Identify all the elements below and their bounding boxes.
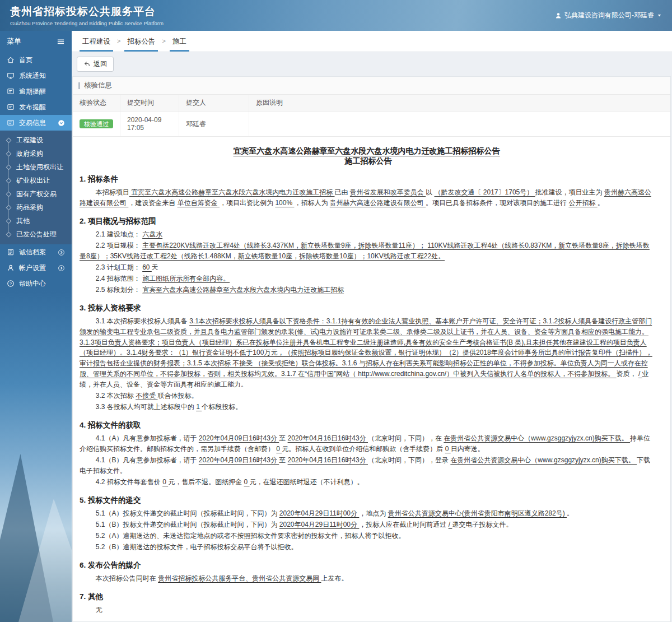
back-button-label: 返回: [94, 59, 107, 69]
chevron-right-icon: [58, 264, 65, 272]
notice-icon: [7, 87, 15, 95]
sidebar-subitem-政府采购[interactable]: 政府采购: [0, 147, 72, 160]
sidebar-item-首页[interactable]: 首页: [0, 52, 72, 68]
user-name: 弘典建设咨询有限公司-邓廷睿: [564, 11, 654, 20]
sidebar-scenic-image: [0, 291, 72, 622]
sidebar-subitem-已发公告处理[interactable]: 已发公告处理: [0, 228, 72, 241]
main: 工程建设>招标公告>施工 返回 核验信息 核验状态提交时间提交人原因说明 核验通…: [72, 31, 672, 622]
document-paragraph: 5.1（B）投标文件递交的截止时间（投标截止时间，下同）为 2020年04月29…: [80, 519, 654, 530]
sidebar-subitem-其他[interactable]: 其他: [0, 214, 72, 228]
document-title-main: 宜宾至六盘水高速公路赫章至六盘水段六盘水境内电力迁改施工招标招标公告: [80, 146, 654, 156]
status-badge: 核验通过: [80, 119, 113, 128]
document-title: 宜宾至六盘水高速公路赫章至六盘水段六盘水境内电力迁改施工招标招标公告施工招标公告: [80, 146, 654, 166]
section-heading: 5. 投标文件的递交: [80, 495, 654, 505]
document-paragraph: 2.1 建设地点： 六盘水: [80, 229, 654, 240]
breadcrumb-separator: >: [117, 37, 120, 44]
sidebar-subitem-土地使用权出让[interactable]: 土地使用权出让: [0, 160, 72, 174]
document-paragraph: 3.2 本次招标 不接受 联合体投标。: [80, 391, 654, 401]
sidebar-submenu: 工程建设政府采购土地使用权出让矿业权出让国有产权交易药品采购其他已发公告处理: [0, 131, 72, 244]
sidebar-subitem-工程建设[interactable]: 工程建设: [0, 133, 72, 147]
breadcrumb-item-工程建设[interactable]: 工程建设: [81, 37, 112, 52]
back-button[interactable]: 返回: [77, 57, 114, 72]
document-paragraph: 无: [80, 605, 654, 615]
document-body: 1. 招标条件本招标项目 宜宾至六盘水高速公路赫章至六盘水段六盘水境内电力迁改施…: [80, 174, 654, 622]
verify-table: 核验状态提交时间提交人原因说明 核验通过2020-04-09 17:05邓廷睿: [73, 95, 670, 137]
sidebar-item-label: 发布提醒: [19, 103, 46, 112]
document-paragraph: 3.3 各投标人均可就上述标段中的 1 个标段投标。: [80, 402, 654, 412]
user-menu[interactable]: 弘典建设咨询有限公司-邓廷睿: [555, 11, 662, 20]
content-panel: 核验信息 核验状态提交时间提交人原因说明 核验通过2020-04-09 17:0…: [72, 76, 671, 622]
sidebar-header: 菜单: [0, 31, 72, 52]
layout: 菜单 首页系统通知逾期提醒发布提醒交易信息工程建设政府采购土地使用权出让矿业权出…: [0, 31, 672, 622]
sidebar-item-label: 诚信档案: [19, 248, 46, 257]
breadcrumb-item-招标公告[interactable]: 招标公告: [125, 37, 157, 52]
sidebar-item-交易信息[interactable]: 交易信息: [0, 115, 72, 131]
sidebar-subitem-矿业权出让[interactable]: 矿业权出让: [0, 174, 72, 187]
sidebar-menu: 首页系统通知逾期提醒发布提醒交易信息工程建设政府采购土地使用权出让矿业权出让国有…: [0, 52, 72, 291]
menu-label: 菜单: [7, 36, 21, 47]
document-paragraph: 2.5 标段划分： 宜宾至六盘水高速公路赫章至六盘水段六盘水境内电力迁改施工招标: [80, 285, 654, 295]
verify-time-cell: 2020-04-09 17:05: [120, 112, 179, 137]
document-paragraph: 4.1（B）凡有意参加投标者，请于 2020年04月09日16时43分 至 20…: [80, 455, 654, 476]
verify-column-header: 原因说明: [249, 95, 671, 112]
verify-header-row: 核验状态提交时间提交人原因说明: [73, 95, 670, 112]
sidebar-subitem-国有产权交易[interactable]: 国有产权交易: [0, 187, 72, 201]
header: 贵州省招标投标公共服务平台 GuiZhou Province Tendering…: [0, 0, 672, 31]
announcement-document: 宜宾至六盘水高速公路赫章至六盘水段六盘水境内电力迁改施工招标招标公告施工招标公告…: [73, 137, 670, 622]
verify-section: 核验信息 核验状态提交时间提交人原因说明 核验通过2020-04-09 17:0…: [73, 77, 670, 137]
document-title-suffix: 施工招标公告: [342, 156, 392, 165]
chevron-right-icon: [58, 249, 65, 256]
sidebar-item-逾期提醒[interactable]: 逾期提醒: [0, 83, 72, 99]
section-heading: 3. 投标人资格要求: [80, 303, 654, 313]
hamburger-icon[interactable]: [57, 38, 65, 46]
site-title: 贵州省招标投标公共服务平台: [10, 4, 164, 19]
sidebar-item-label: 帮助中心: [19, 279, 46, 289]
sidebar-item-label: 逾期提醒: [19, 87, 46, 96]
notice-icon: [7, 103, 15, 111]
section-heading: 4. 招标文件的获取: [80, 420, 654, 430]
breadcrumb-separator: >: [162, 37, 165, 44]
chevron-down-icon: [58, 119, 65, 127]
sidebar: 菜单 首页系统通知逾期提醒发布提醒交易信息工程建设政府采购土地使用权出让矿业权出…: [0, 31, 72, 622]
sidebar-item-帮助中心[interactable]: ?帮助中心: [0, 276, 72, 291]
app: 贵州省招标投标公共服务平台 GuiZhou Province Tendering…: [0, 0, 672, 622]
verify-reason-cell: [249, 112, 671, 137]
archive-icon: [7, 248, 15, 256]
toolbar: 返回: [72, 52, 672, 76]
sidebar-item-label: 交易信息: [19, 118, 46, 128]
sidebar-item-系统通知[interactable]: 系统通知: [0, 68, 72, 83]
document-paragraph: 3.1 本次招标要求投标人须具备 3.1本次招标要求投标人须具备以下资格条件：3…: [80, 316, 654, 391]
svg-text:?: ?: [10, 281, 12, 286]
sidebar-item-诚信档案[interactable]: 诚信档案: [0, 244, 72, 260]
document-paragraph: 5.2（B）逾期送达的投标文件，电子招标投标交易平台将予以拒收。: [80, 542, 654, 553]
breadcrumb: 工程建设>招标公告>施工: [72, 31, 672, 52]
sidebar-subitem-药品采购[interactable]: 药品采购: [0, 201, 72, 214]
document-paragraph: 2.2 项目规模： 主要包括220KV线路迁改工程4处（线路长3.437KM，新…: [80, 240, 654, 262]
person-icon: [555, 12, 562, 19]
help-icon: ?: [7, 280, 15, 287]
verify-status-cell: 核验通过: [73, 112, 120, 137]
document-paragraph: 5.1（A）投标文件递交的截止时间（投标截止时间，下同）为 2020年04月29…: [80, 508, 654, 519]
breadcrumb-item-施工[interactable]: 施工: [171, 37, 188, 52]
verify-column-header: 核验状态: [73, 95, 120, 112]
document-paragraph: 2.3 计划工期： 60 天: [80, 262, 654, 273]
notice-icon: [7, 119, 15, 127]
sidebar-item-label: 首页: [19, 55, 32, 65]
document-paragraph: 4.2 招标文件每套售价 0 元，售后不退。图纸押金 0 元，在退还图纸时退还（…: [80, 477, 654, 488]
table-row: 核验通过2020-04-09 17:05邓廷睿: [73, 112, 670, 137]
sidebar-item-label: 系统通知: [19, 71, 46, 81]
brand: 贵州省招标投标公共服务平台 GuiZhou Province Tendering…: [10, 4, 164, 26]
verify-column-header: 提交时间: [120, 95, 179, 112]
verify-column-header: 提交人: [179, 95, 249, 112]
section-heading: 6. 发布公告的媒介: [80, 560, 654, 570]
verify-table-body: 核验通过2020-04-09 17:05邓廷睿: [73, 112, 670, 137]
document-paragraph: 本招标项目 宜宾至六盘水高速公路赫章至六盘水段六盘水境内电力迁改施工招标 已由 …: [80, 187, 654, 208]
monitor-icon: [7, 72, 15, 80]
section-heading: 1. 招标条件: [80, 174, 654, 184]
home-icon: [7, 56, 15, 64]
sidebar-item-发布提醒[interactable]: 发布提醒: [0, 99, 72, 115]
verify-section-header: 核验信息: [73, 77, 670, 95]
section-heading: 7. 其他: [80, 592, 654, 602]
sidebar-item-帐户设置[interactable]: 帐户设置: [0, 260, 72, 276]
sidebar-item-label: 帐户设置: [19, 263, 46, 273]
